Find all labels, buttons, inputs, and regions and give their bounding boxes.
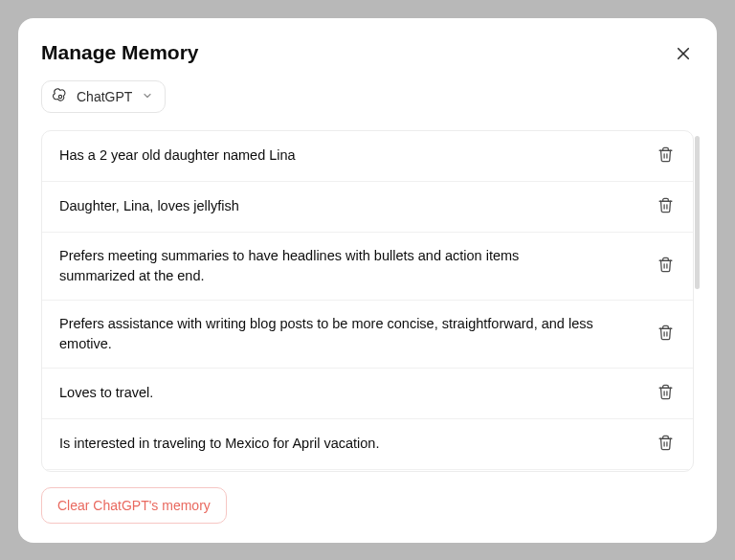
memory-row: Prefers assistance with writing blog pos… xyxy=(42,301,693,369)
trash-icon xyxy=(657,325,674,344)
memory-row xyxy=(42,470,693,472)
memory-text: Loves to travel. xyxy=(59,383,153,403)
memory-row: Daughter, Lina, loves jellyfish xyxy=(42,182,693,233)
manage-memory-modal: Manage Memory ChatGPT Has a 2 year old d… xyxy=(18,18,717,543)
close-button[interactable] xyxy=(673,43,694,67)
trash-icon xyxy=(657,257,674,276)
trash-icon xyxy=(657,435,674,454)
chevron-down-icon xyxy=(142,89,153,104)
modal-title: Manage Memory xyxy=(41,41,199,64)
delete-memory-button[interactable] xyxy=(656,433,676,456)
close-icon xyxy=(675,45,692,65)
memory-row: Is interested in traveling to Mexico for… xyxy=(42,419,693,470)
memory-text: Daughter, Lina, loves jellyfish xyxy=(59,196,239,216)
memory-row: Has a 2 year old daughter named Lina xyxy=(42,131,693,182)
memory-text: Has a 2 year old daughter named Lina xyxy=(59,146,296,166)
memory-text: Prefers meeting summaries to have headli… xyxy=(59,246,595,286)
modal-footer: Clear ChatGPT's memory xyxy=(41,487,694,524)
trash-icon xyxy=(657,384,674,403)
memory-text: Prefers assistance with writing blog pos… xyxy=(59,314,595,354)
modal-header: Manage Memory xyxy=(41,41,694,67)
chatgpt-logo-icon xyxy=(52,88,69,105)
memory-list-container: Has a 2 year old daughter named LinaDaug… xyxy=(41,130,694,472)
svg-point-2 xyxy=(58,95,61,98)
memory-text: Is interested in traveling to Mexico for… xyxy=(59,434,379,454)
memory-list[interactable]: Has a 2 year old daughter named LinaDaug… xyxy=(41,130,694,472)
trash-icon xyxy=(657,197,674,216)
scrollbar[interactable] xyxy=(695,136,700,289)
memory-row: Loves to travel. xyxy=(42,369,693,419)
memory-row: Prefers meeting summaries to have headli… xyxy=(42,233,693,301)
clear-memory-button[interactable]: Clear ChatGPT's memory xyxy=(41,487,227,524)
delete-memory-button[interactable] xyxy=(656,195,676,218)
model-selector[interactable]: ChatGPT xyxy=(41,80,166,113)
delete-memory-button[interactable] xyxy=(656,323,676,346)
trash-icon xyxy=(657,146,674,166)
delete-memory-button[interactable] xyxy=(656,255,676,278)
delete-memory-button[interactable] xyxy=(656,145,676,168)
model-selector-label: ChatGPT xyxy=(77,89,132,104)
delete-memory-button[interactable] xyxy=(656,382,676,405)
